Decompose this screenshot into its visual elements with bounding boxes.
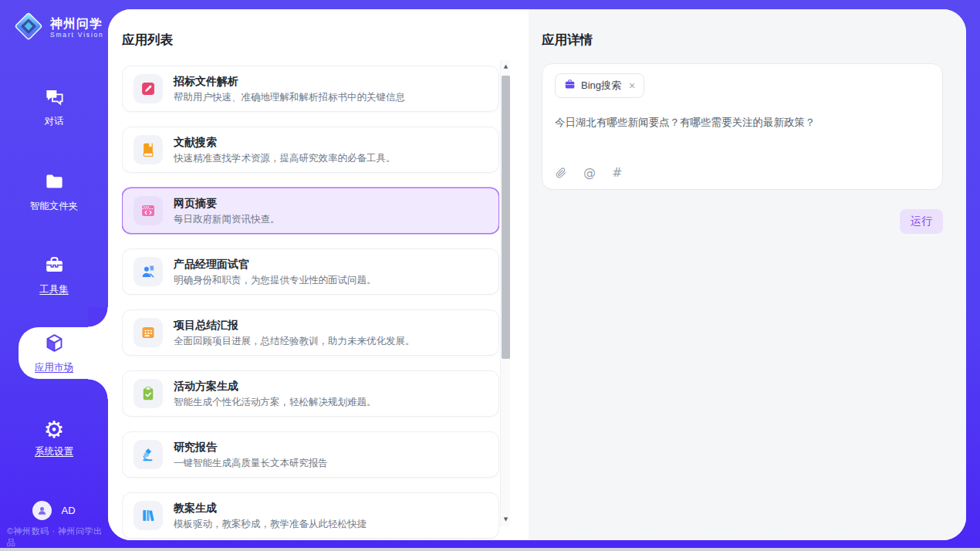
sidebar-item-toolset[interactable]: 工具集 xyxy=(0,255,108,296)
clipboard-check-icon xyxy=(133,379,163,408)
brand-logo: 神州问学 Smart Vision xyxy=(12,10,104,46)
app-list-item[interactable]: 项目总结汇报 全面回顾项目进展，总结经验教训，助力未来优化发展。 xyxy=(122,309,499,356)
report-note-icon xyxy=(133,318,163,347)
app-description: 快速精准查找学术资源，提高研究效率的必备工具。 xyxy=(174,152,396,165)
app-title: 网页摘要 xyxy=(174,196,280,211)
app-list-item[interactable]: 活动方案生成 智能生成个性化活动方案，轻松解决规划难题。 xyxy=(122,370,499,417)
sidebar-item-smart-folder[interactable]: 工具集 智能文件夹 xyxy=(0,171,108,213)
interviewer-icon xyxy=(133,257,163,286)
app-description: 帮助用户快速、准确地理解和解析招标书中的关键信息 xyxy=(174,91,405,104)
tool-tag-label: Bing搜索 xyxy=(581,79,621,93)
app-title: 教案生成 xyxy=(174,501,367,516)
microscope-icon xyxy=(133,440,163,469)
app-title: 文献搜索 xyxy=(174,135,396,150)
sidebar-item-label: 应用市场 xyxy=(0,361,108,374)
app-description: 一键智能生成高质量长文本研究报告 xyxy=(174,457,328,470)
app-list-item[interactable]: 研究报告 一键智能生成高质量长文本研究报告 xyxy=(122,431,499,478)
app-detail-panel: 应用详情 Bing搜索 × 今日湖北有哪些新闻要点？有哪些需要关注的最新政策？ … xyxy=(529,9,966,540)
app-description: 智能生成个性化活动方案，轻松解决规划难题。 xyxy=(174,396,377,409)
book-icon xyxy=(133,135,163,164)
main-panel: 应用列表 招标文件解析 帮助用户快速、准确地理解和解析招标书中的关键信息 xyxy=(108,9,966,540)
sidebar-item-label: 对话 xyxy=(0,115,108,128)
user-name: AD xyxy=(61,505,75,516)
app-description: 每日政府新闻资讯快查。 xyxy=(174,213,280,226)
sidebar-item-app-market[interactable]: 应用市场 xyxy=(0,327,108,379)
bottom-edge-strip xyxy=(0,548,980,551)
toolbox-icon xyxy=(44,265,65,278)
app-description: 全面回顾项目进展，总结经验教训，助力未来优化发展。 xyxy=(174,335,415,348)
tool-tag-bing-search[interactable]: Bing搜索 × xyxy=(555,73,644,98)
scrollbar-down-arrow-icon[interactable]: ▼ xyxy=(501,515,511,525)
pen-square-icon xyxy=(133,74,163,103)
person-icon xyxy=(36,505,48,516)
app-description: 模板驱动，教案秒成，教学准备从此轻松快捷 xyxy=(174,518,367,531)
app-list-panel: 应用列表 招标文件解析 帮助用户快速、准确地理解和解析招标书中的关键信息 xyxy=(108,9,529,540)
gear-icon: ⚙ xyxy=(44,419,65,440)
sidebar-item-settings[interactable]: ⚙ 系统设置 xyxy=(0,419,108,458)
app-title: 招标文件解析 xyxy=(174,74,405,89)
cube-icon xyxy=(44,343,65,356)
app-list: 招标文件解析 帮助用户快速、准确地理解和解析招标书中的关键信息 文献搜索 快速精… xyxy=(122,66,499,540)
sidebar: 神州问学 Smart Vision 对话 工具集 智能文件夹 工具集 xyxy=(0,0,108,548)
diamond-logo-icon xyxy=(12,10,45,46)
sidebar-item-label: 工具集 xyxy=(0,283,108,296)
app-list-item[interactable]: 招标文件解析 帮助用户快速、准确地理解和解析招标书中的关键信息 xyxy=(122,66,499,112)
app-list-title: 应用列表 xyxy=(108,9,529,48)
briefcase-icon xyxy=(564,79,576,93)
query-card: Bing搜索 × 今日湖北有哪些新闻要点？有哪些需要关注的最新政策？ @ # xyxy=(542,63,943,190)
app-title: 产品经理面试官 xyxy=(174,257,377,272)
nav-curve-top xyxy=(88,307,108,327)
books-icon xyxy=(133,501,163,530)
sidebar-item-chat[interactable]: 对话 xyxy=(0,86,108,128)
app-detail-title: 应用详情 xyxy=(529,9,966,48)
sidebar-item-label: 智能文件夹 xyxy=(0,200,108,213)
avatar xyxy=(32,501,52,520)
browser-code-icon xyxy=(133,196,163,225)
app-list-item[interactable]: 文献搜索 快速精准查找学术资源，提高研究效率的必备工具。 xyxy=(122,127,499,173)
brand-subtitle: Smart Vision xyxy=(50,31,104,39)
run-button[interactable]: 运行 xyxy=(900,209,943,234)
app-title: 活动方案生成 xyxy=(174,379,377,394)
scrollbar-up-arrow-icon[interactable]: ▲ xyxy=(501,62,511,72)
remove-tag-icon[interactable]: × xyxy=(629,80,635,91)
brand-name: 神州问学 xyxy=(50,17,103,30)
app-description: 明确身份和职责，为您提供专业性的面试问题。 xyxy=(174,274,377,287)
scrollbar-thumb[interactable] xyxy=(502,76,510,359)
input-toolbar: @ # xyxy=(555,167,622,179)
scrollbar[interactable]: ▲ ▼ xyxy=(500,60,510,526)
query-text[interactable]: 今日湖北有哪些新闻要点？有哪些需要关注的最新政策？ xyxy=(555,115,930,130)
nav-curve-bottom xyxy=(88,379,108,399)
app-list-item[interactable]: 教案生成 模板驱动，教案秒成，教学准备从此轻松快捷 xyxy=(122,492,499,539)
app-list-item[interactable]: 网页摘要 每日政府新闻资讯快查。 xyxy=(122,188,499,234)
app-title: 研究报告 xyxy=(174,440,328,455)
app-title: 项目总结汇报 xyxy=(174,318,415,333)
app-list-item[interactable]: 产品经理面试官 明确身份和职责，为您提供专业性的面试问题。 xyxy=(122,248,499,295)
folder-icon xyxy=(44,181,65,194)
hash-icon[interactable]: # xyxy=(612,167,622,179)
chat-icon xyxy=(44,96,65,110)
user-account[interactable]: AD xyxy=(0,501,108,520)
copyright-footer: ©神州数码 · 神州问学出品 xyxy=(7,526,108,549)
sidebar-item-label: 系统设置 xyxy=(0,445,108,458)
paperclip-icon[interactable] xyxy=(555,167,567,179)
app-window: 神州问学 Smart Vision 对话 工具集 智能文件夹 工具集 xyxy=(0,0,980,551)
at-icon[interactable]: @ xyxy=(583,167,596,179)
